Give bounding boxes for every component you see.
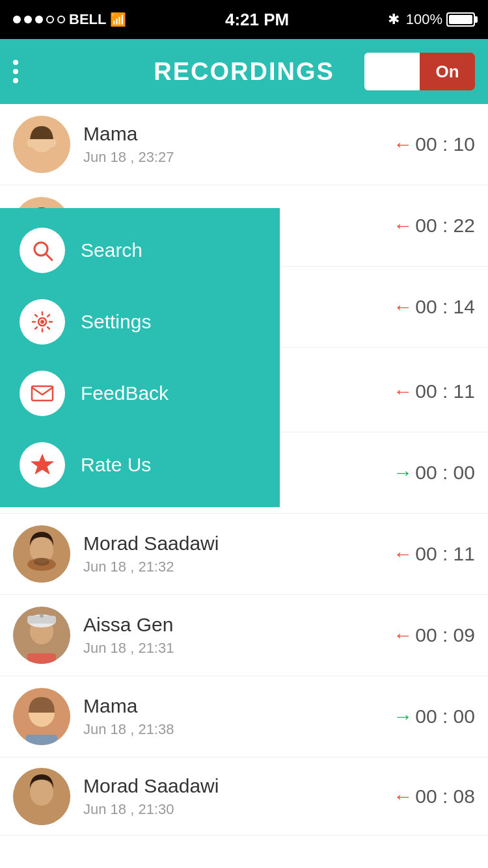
recording-date: Jun 18 , 21:30 (83, 801, 380, 818)
recording-toggle[interactable]: On (364, 53, 475, 90)
main-content: Mama Jun 18 , 23:27 ← 00 : 10 Mama Jun 1… (0, 104, 488, 835)
recording-date: Jun 18 , 23:27 (83, 149, 380, 166)
avatar-image (13, 525, 70, 583)
svg-rect-14 (32, 386, 53, 401)
duration-value: 00 : 00 (415, 705, 475, 728)
recording-item-bg-1[interactable]: Mama Jun 18 , 23:27 ← 00 : 10 (0, 104, 488, 185)
svg-point-41 (30, 780, 53, 806)
recording-info: Morad Saadawi Jun 18 , 21:30 (70, 775, 393, 818)
recording-info: Morad Saadawi Jun 18 , 21:32 (70, 533, 393, 575)
dot-3 (35, 16, 43, 23)
recording-date: Jun 18 , 21:31 (83, 640, 380, 657)
recording-name: Morad Saadawi (83, 775, 380, 797)
recording-duration: → 00 : 00 (393, 705, 475, 728)
settings-label: Settings (81, 311, 151, 333)
incoming-arrow-icon: ← (393, 133, 413, 155)
recording-name: Morad Saadawi (83, 533, 380, 555)
duration-value: 00 : 11 (415, 380, 475, 402)
settings-icon-circle (20, 299, 65, 345)
dot-5 (57, 16, 65, 23)
avatar (13, 607, 70, 664)
svg-rect-35 (27, 653, 56, 664)
status-bar: BELL 📶 4:21 PM ✱ 100% (0, 0, 488, 39)
battery-fill (449, 15, 472, 24)
svg-marker-15 (31, 454, 53, 474)
duration-value: 00 : 00 (415, 462, 475, 484)
incoming-arrow-icon: ← (393, 785, 413, 808)
recording-info: Aissa Gen Jun 18 , 21:31 (70, 614, 393, 657)
avatar (13, 688, 70, 745)
recording-name: Mama (83, 123, 380, 145)
recording-info: Mama Jun 18 , 23:27 (70, 123, 393, 166)
avatar (13, 768, 70, 825)
avatar-image (13, 688, 70, 745)
side-menu: Search Settings FeedBack (0, 208, 280, 507)
menu-item-settings[interactable]: Settings (0, 286, 280, 358)
outgoing-arrow-icon: → (393, 705, 413, 728)
rate-label: Rate Us (81, 454, 151, 476)
incoming-arrow-icon: ← (393, 543, 413, 565)
status-right: ✱ 100% (388, 11, 475, 28)
recording-duration: ← 00 : 09 (393, 624, 475, 646)
duration-value: 00 : 14 (415, 296, 475, 318)
search-icon (30, 238, 55, 263)
svg-point-13 (40, 320, 44, 324)
recording-item-6[interactable]: Morad Saadawi Jun 18 , 21:30 ← 00 : 08 (0, 757, 488, 835)
svg-rect-39 (26, 735, 57, 745)
wifi-icon: 📶 (110, 12, 126, 27)
avatar (13, 116, 70, 173)
outgoing-arrow-icon: → (393, 462, 413, 484)
feedback-icon-circle (20, 371, 65, 416)
recording-duration: ← 00 : 14 (393, 296, 475, 318)
gear-icon (30, 309, 55, 334)
duration-value: 00 : 11 (415, 543, 475, 565)
dot-4 (46, 16, 54, 23)
recording-item-5[interactable]: Mama Jun 18 , 21:38 → 00 : 00 (0, 676, 488, 757)
menu-item-feedback[interactable]: FeedBack (0, 358, 280, 429)
menu-dot-3 (13, 78, 18, 83)
recording-duration: ← 00 : 11 (393, 543, 475, 565)
battery-icon (446, 12, 475, 27)
menu-dot-2 (13, 69, 18, 74)
dot-1 (13, 16, 21, 23)
feedback-label: FeedBack (81, 382, 169, 404)
recording-name: Mama (83, 695, 380, 717)
recording-item-3[interactable]: Morad Saadawi Jun 18 , 21:32 ← 00 : 11 (0, 514, 488, 595)
search-icon-circle (20, 228, 65, 273)
recording-date: Jun 18 , 21:38 (83, 721, 380, 738)
battery-percent: 100% (406, 11, 442, 28)
menu-item-search[interactable]: Search (0, 215, 280, 286)
duration-value: 00 : 22 (415, 215, 475, 237)
carrier-label: BELL (69, 11, 106, 28)
status-left: BELL 📶 (13, 11, 126, 28)
menu-item-rate[interactable]: Rate Us (0, 429, 280, 501)
menu-dot-1 (13, 60, 18, 65)
recording-duration: ← 00 : 11 (393, 380, 475, 402)
incoming-arrow-icon: ← (393, 380, 413, 402)
mail-icon (30, 381, 55, 406)
svg-point-28 (34, 558, 49, 566)
signal-dots (13, 16, 65, 23)
duration-value: 00 : 10 (415, 133, 475, 155)
dot-2 (24, 16, 32, 23)
recording-info: Mama Jun 18 , 21:38 (70, 695, 393, 738)
incoming-arrow-icon: ← (393, 215, 413, 237)
incoming-arrow-icon: ← (393, 296, 413, 318)
recording-date: Jun 18 , 21:32 (83, 559, 380, 575)
recording-duration: ← 00 : 10 (393, 133, 475, 155)
avatar (13, 525, 70, 583)
hamburger-menu-button[interactable] (13, 60, 18, 83)
recording-name: Aissa Gen (83, 614, 380, 636)
battery-container: 100% (406, 11, 475, 28)
incoming-arrow-icon: ← (393, 624, 413, 646)
recording-duration: ← 00 : 08 (393, 785, 475, 808)
svg-line-11 (46, 254, 52, 260)
toggle-on-state: On (420, 53, 475, 90)
time-display: 4:21 PM (225, 10, 289, 30)
recording-item-4[interactable]: Aissa Gen Jun 18 , 21:31 ← 00 : 09 (0, 595, 488, 676)
rate-icon-circle (20, 442, 65, 488)
search-label: Search (81, 239, 142, 261)
recording-duration: → 00 : 00 (393, 462, 475, 484)
avatar-image (13, 768, 70, 825)
duration-value: 00 : 09 (415, 624, 475, 646)
